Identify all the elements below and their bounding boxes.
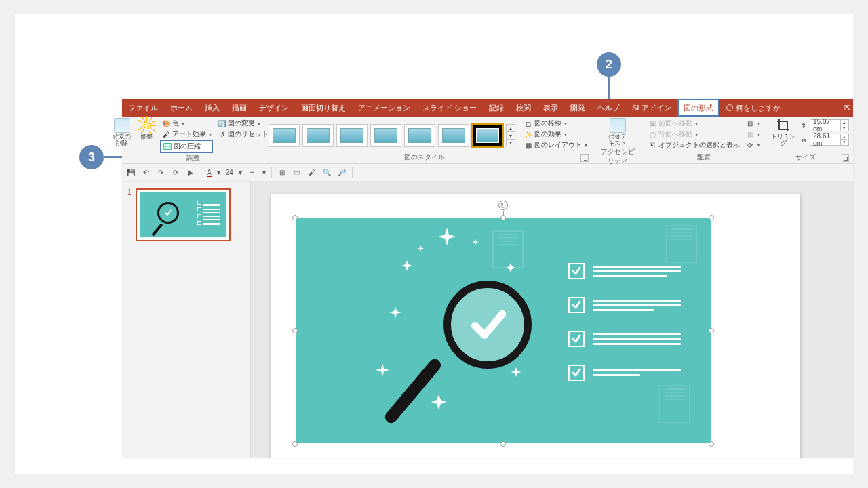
tab-transitions[interactable]: 画面切り替え [295,99,352,117]
checklist-row [568,297,681,313]
selection-pane-button[interactable]: ⇱ オブジェクトの選択と表示 [646,140,741,150]
remove-background-button[interactable]: 背景の 削除 [111,118,133,147]
text-lines [593,266,681,277]
compress-pictures-button[interactable]: 図の圧縮 [160,140,213,153]
format-painter-icon[interactable]: 🖌 [307,168,317,178]
style-thumb[interactable] [438,124,469,147]
resize-handle[interactable] [500,441,506,447]
tab-slideshow[interactable]: スライド ショー [416,99,483,117]
tell-me[interactable]: 何をしますか [726,103,781,113]
tab-design[interactable]: デザイン [253,99,295,117]
share-icon[interactable]: ⇱ [844,104,850,113]
compress-label: 図の圧縮 [174,142,201,151]
font-color-icon[interactable]: A [207,169,212,176]
height-input[interactable]: 15.07 cm▴▾ [810,119,849,131]
style-thumb[interactable] [302,124,334,147]
slide-canvas[interactable] [251,182,853,458]
tab-record[interactable]: 記録 [483,99,510,117]
style-thumb[interactable] [336,124,368,147]
save-icon[interactable]: 💾 [126,168,136,178]
tab-insert[interactable]: 挿入 [199,99,226,117]
group-size-label: サイズ [770,152,842,163]
align-button[interactable]: ⊟ [744,118,762,129]
zoom-out-icon[interactable]: 🔎 [337,168,347,178]
border-icon: ◻ [524,119,533,128]
resize-handle[interactable] [500,215,506,220]
tab-animations[interactable]: アニメーション [352,99,416,117]
qat-icon[interactable]: ⊞ [277,168,287,178]
height-step-up[interactable]: ▴ [840,120,847,125]
alt-text-button[interactable]: 代替テ キスト [604,118,631,147]
qat-icon[interactable]: ▭ [292,168,302,178]
bring-forward-button[interactable]: ▣ 前面へ移動 [646,118,741,129]
group-objects-button[interactable]: ⊞ [744,129,762,140]
slide-thumbnail-pane[interactable]: 1 [122,182,251,458]
callout-2: 2 [597,52,621,77]
send-backward-button[interactable]: ▢ 背面へ移動 [646,129,741,140]
picture-effects-button[interactable]: ✨ 図の効果 [522,129,589,140]
tab-help[interactable]: ヘルプ [591,99,626,117]
style-thumb[interactable] [269,124,300,147]
layout-icon: ▦ [524,140,533,150]
lightbulb-icon [726,104,733,111]
picture-layout-button[interactable]: ▦ 図のレイアウト [522,140,589,150]
resize-handle[interactable] [292,328,298,333]
picture-border-button[interactable]: ◻ 図の枠線 [522,118,589,129]
corrections-button[interactable]: 修整 [136,118,157,140]
tell-me-label: 何をしますか [736,103,781,113]
artistic-icon: 🖌 [161,129,171,139]
tab-draw[interactable]: 描画 [226,99,253,117]
color-button[interactable]: 🎨 色 [160,118,213,129]
tab-sladdins[interactable]: SLアドイン [626,99,677,117]
change-picture-icon: 🔄 [217,119,226,128]
tab-review[interactable]: 校閲 [510,99,537,117]
artistic-effects-button[interactable]: 🖌 アート効果 [160,129,213,140]
rotate-button[interactable]: ⟳ [744,140,762,150]
style-thumb-selected[interactable] [472,124,503,147]
width-step-down[interactable]: ▾ [840,140,847,145]
reset-picture-label: 図のリセット [228,129,269,139]
tab-file[interactable]: ファイル [122,99,164,117]
repeat-icon[interactable]: ⟳ [171,168,180,178]
tab-home[interactable]: ホーム [164,99,199,117]
style-thumb[interactable] [404,124,435,147]
style-thumb[interactable] [370,124,401,147]
check-icon [568,263,585,279]
magnifier-handle [382,357,443,426]
tab-developer[interactable]: 開発 [564,99,591,117]
ghost-document-icon [659,385,690,423]
width-step-up[interactable]: ▴ [840,134,847,140]
lens [443,281,532,369]
gallery-scroll[interactable]: ▴▾▾ [506,124,515,147]
zoom-in-icon[interactable]: 🔍 [322,168,332,178]
resize-handle[interactable] [709,215,714,220]
check-icon [568,331,585,347]
resize-handle[interactable] [709,328,714,333]
rotate-handle[interactable] [498,201,508,210]
tab-picture-format[interactable]: 図の形式 [677,99,719,117]
picture-styles-gallery[interactable]: ▴▾▾ [269,121,515,147]
styles-dialog-launcher[interactable] [580,154,589,162]
undo-icon[interactable]: ↶ [141,168,151,178]
width-input[interactable]: 28.61 cm▴▾ [810,134,849,146]
selected-picture[interactable] [296,218,711,443]
remove-background-label: 背景の 削除 [113,134,131,147]
corrections-icon [139,118,154,133]
resize-handle[interactable] [292,441,298,447]
align-icon: ⊟ [745,119,755,128]
height-step-down[interactable]: ▾ [840,125,847,131]
selection-label: オブジェクトの選択と表示 [658,140,740,150]
redo-icon[interactable]: ↷ [156,168,165,178]
tab-view[interactable]: 表示 [537,99,564,117]
bullets-icon[interactable]: ≡ [248,168,257,178]
resize-handle[interactable] [292,215,298,220]
group-arrange-label: 配置 [646,152,762,163]
crop-button[interactable]: トリミング [770,118,796,147]
callout-3: 3 [79,145,104,169]
slideshow-qat-icon[interactable]: ▶ [186,168,195,178]
resize-handle[interactable] [709,441,714,447]
slide-thumbnail[interactable]: 1 [127,188,245,241]
change-picture-label: 図の変更 [228,119,255,128]
size-dialog-launcher[interactable] [842,154,849,162]
font-size-display[interactable]: 24 [226,169,233,176]
